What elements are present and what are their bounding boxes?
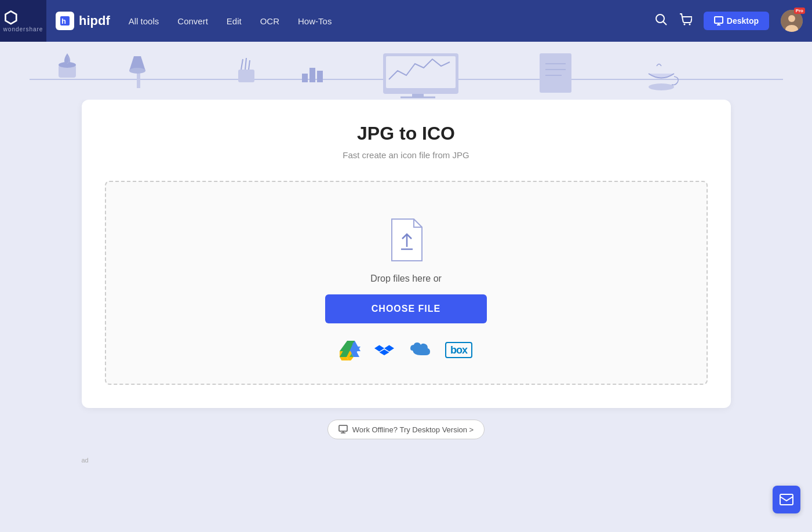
svg-rect-6 [715, 17, 723, 23]
nav-how-tos[interactable]: How-Tos [298, 16, 332, 26]
wondershare-label: wondershare [3, 26, 43, 32]
svg-rect-39 [339, 425, 347, 431]
choose-file-button[interactable]: CHOOSE FILE [325, 294, 487, 323]
svg-point-10 [788, 15, 795, 22]
main-content: JPG to ICO Fast create an icon file from… [0, 100, 812, 487]
svg-point-16 [129, 68, 145, 74]
avatar-wrap[interactable]: Pro [781, 10, 803, 32]
dropbox-icon[interactable] [374, 340, 394, 360]
onedrive-icon[interactable] [408, 340, 431, 360]
svg-point-5 [689, 23, 690, 25]
cart-button[interactable] [679, 13, 692, 29]
hipdf-icon-box: h [56, 12, 74, 30]
svg-rect-23 [317, 71, 323, 82]
cloud-sources: box [340, 340, 472, 360]
ad-label: ad [82, 457, 89, 464]
offline-desktop-button[interactable]: Work Offline? Try Desktop Version > [327, 420, 485, 439]
svg-point-2 [656, 14, 664, 23]
navbar: ⬡ wondershare h hipdf All tools Convert … [0, 0, 812, 42]
drop-text: Drop files here or [370, 274, 442, 284]
svg-rect-42 [780, 494, 793, 505]
nav-convert[interactable]: Convert [177, 16, 208, 26]
float-email-button[interactable] [773, 486, 800, 513]
svg-rect-17 [238, 70, 254, 82]
desktop-label: Desktop [727, 16, 759, 25]
desktop-small-icon [338, 425, 348, 434]
wondershare-icon: ⬡ [3, 10, 43, 26]
svg-line-3 [663, 21, 667, 25]
upload-icon [386, 217, 427, 263]
box-icon[interactable]: box [445, 344, 472, 356]
nav-edit[interactable]: Edit [227, 16, 242, 26]
desktop-button[interactable]: Desktop [704, 12, 769, 30]
nav-all-tools[interactable]: All tools [129, 16, 159, 26]
svg-text:h: h [61, 17, 66, 25]
google-drive-icon[interactable] [340, 340, 361, 360]
converter-card: JPG to ICO Fast create an icon file from… [82, 100, 731, 408]
wondershare-logo-block: ⬡ wondershare [0, 0, 46, 42]
svg-line-19 [245, 58, 246, 70]
hipdf-logo[interactable]: h hipdf [56, 12, 110, 30]
hero-background [0, 42, 812, 100]
search-button[interactable] [655, 13, 668, 29]
nav-links: All tools Convert Edit OCR How-Tos [129, 16, 655, 26]
offline-text: Work Offline? Try Desktop Version > [352, 425, 474, 434]
nav-actions: Desktop Pro [655, 10, 803, 32]
offline-banner: Work Offline? Try Desktop Version > [327, 420, 485, 439]
hero-illustration [30, 42, 783, 100]
nav-ocr[interactable]: OCR [260, 16, 279, 26]
page-subtitle: Fast create an icon file from JPG [105, 150, 708, 160]
svg-line-18 [241, 59, 243, 70]
svg-rect-22 [309, 68, 315, 82]
svg-rect-21 [302, 74, 308, 82]
box-label: box [445, 342, 472, 358]
svg-rect-28 [540, 53, 571, 93]
pro-badge: Pro [794, 8, 805, 14]
page-title: JPG to ICO [105, 123, 708, 144]
svg-point-4 [683, 23, 685, 25]
drop-zone[interactable]: Drop files here or CHOOSE FILE [105, 181, 708, 385]
svg-point-32 [649, 83, 674, 90]
hipdf-text: hipdf [79, 13, 110, 28]
svg-line-20 [249, 60, 250, 70]
email-icon [780, 494, 793, 505]
